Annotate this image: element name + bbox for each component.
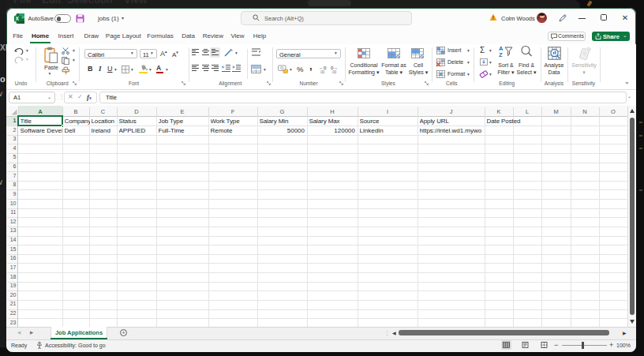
svg-text:.00: .00 — [320, 70, 325, 74]
svg-text:X: X — [16, 16, 20, 21]
svg-text:Z: Z — [499, 51, 503, 58]
svg-text:.00: .00 — [331, 70, 337, 74]
